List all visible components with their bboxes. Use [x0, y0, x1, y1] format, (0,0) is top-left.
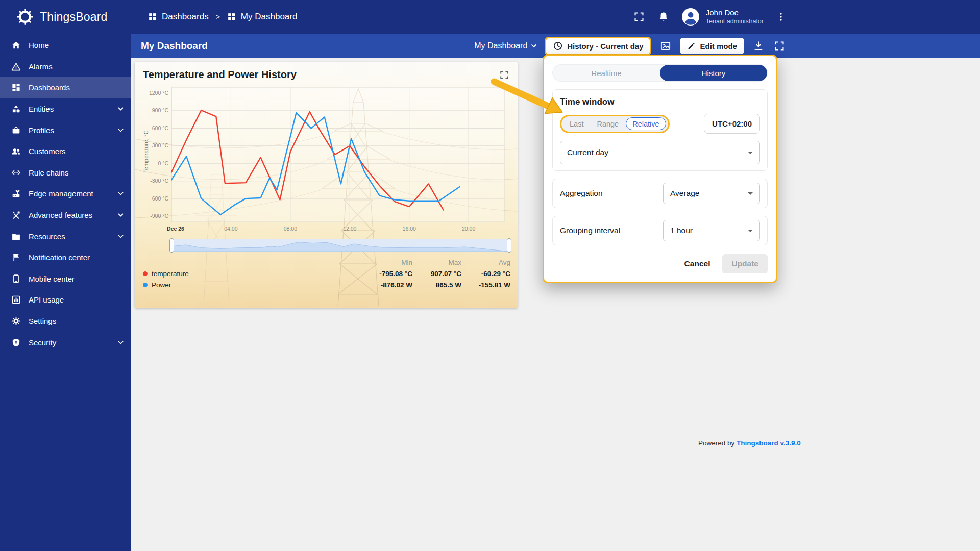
slider-track[interactable] — [170, 239, 510, 252]
svg-text:08:00: 08:00 — [284, 226, 297, 232]
aggregation-select[interactable]: Average — [663, 183, 760, 204]
notification-icon — [11, 253, 21, 262]
timewindow-tabs: Realtime History — [552, 64, 768, 82]
pencil-icon — [687, 42, 696, 51]
breadcrumb-dashboards[interactable]: Dashboards — [148, 12, 209, 22]
sidebar-nav: HomeAlarmsDashboardsEntitiesProfilesCust… — [0, 35, 131, 353]
legend-avg-value: -155.81 W — [461, 281, 510, 289]
sidebar-item-dashboards[interactable]: Dashboards — [0, 77, 131, 98]
background-image-button[interactable] — [659, 39, 672, 53]
widget-expand-button[interactable] — [498, 69, 510, 81]
sidebar-item-label: Home — [29, 41, 124, 49]
breadcrumb-current[interactable]: My Dashboard — [227, 12, 298, 22]
user-menu[interactable]: John Doe Tenant administrator — [681, 8, 764, 26]
sidebar-item-settings[interactable]: Settings — [0, 311, 131, 332]
svg-text:-900 °C: -900 °C — [150, 213, 168, 219]
sidebar-item-customers[interactable]: Customers — [0, 141, 131, 162]
chevron-down-icon — [748, 230, 753, 232]
legend-series-label[interactable]: Power — [143, 281, 363, 289]
tab-history[interactable]: History — [660, 65, 767, 81]
slider-preview-chart — [170, 239, 510, 252]
notifications-button[interactable] — [657, 10, 670, 23]
legend-avg-value: -60.29 °C — [461, 270, 510, 278]
slider-handle-left[interactable] — [169, 238, 174, 253]
sidebar-item-entities[interactable]: Entities — [0, 98, 131, 120]
svg-text:-600 °C: -600 °C — [150, 195, 168, 202]
timewindow-button[interactable]: History - Current day — [545, 37, 651, 56]
sidebar-item-profiles[interactable]: Profiles — [0, 119, 131, 141]
update-button[interactable]: Update — [722, 254, 768, 273]
svg-text:12:00: 12:00 — [343, 226, 356, 232]
user-name: John Doe — [706, 8, 764, 18]
edge-icon — [11, 189, 21, 198]
sidebar-item-label: Resources — [29, 232, 110, 241]
dashboard-select[interactable]: My Dashboard — [474, 41, 537, 51]
avatar-icon — [681, 8, 700, 26]
svg-text:600 °C: 600 °C — [152, 125, 169, 131]
fullscreen-icon — [774, 40, 785, 52]
timewindow-popup: Realtime History Time window Last Range … — [543, 55, 777, 283]
sidebar-item-api-usage[interactable]: API usage — [0, 289, 131, 311]
grouping-value: 1 hour — [670, 226, 693, 235]
chart-legend: Min Max Avg temperature-795.08 °C907.07 … — [143, 259, 510, 289]
sidebar-item-mobile-center[interactable]: Mobile center — [0, 268, 131, 290]
chevron-down-icon — [531, 44, 537, 48]
time-range-slider[interactable] — [170, 238, 510, 253]
mode-relative[interactable]: Relative — [626, 117, 666, 130]
more-menu-button[interactable] — [775, 11, 787, 23]
aggregation-section: Aggregation Average — [552, 179, 768, 208]
legend-header-min: Min — [363, 259, 412, 266]
fullscreen-icon — [633, 11, 645, 22]
sidebar-item-label: Security — [29, 338, 110, 347]
dashboard-fullscreen-button[interactable] — [773, 39, 786, 53]
sidebar-item-notification-center[interactable]: Notification center — [0, 247, 131, 268]
interval-select[interactable]: Current day — [560, 141, 760, 164]
y-axis-label: Temperature, °C — [143, 75, 149, 228]
sidebar-item-home[interactable]: Home — [0, 35, 131, 56]
clock-icon — [553, 41, 563, 51]
thingsboard-logo[interactable]: ThingsBoard — [0, 8, 131, 26]
legend-dot-icon — [143, 283, 148, 287]
sidebar-item-rule-chains[interactable]: Rule chains — [0, 162, 131, 184]
sidebar-item-label: Settings — [29, 317, 124, 325]
brand-name: ThingsBoard — [40, 10, 108, 24]
sidebar-item-label: Notification center — [29, 253, 124, 262]
settings-icon — [11, 316, 21, 326]
sidebar-item-advanced-features[interactable]: Advanced features — [0, 205, 131, 226]
edit-mode-label: Edit mode — [700, 42, 737, 51]
cancel-button[interactable]: Cancel — [677, 254, 718, 273]
aggregation-value: Average — [670, 189, 699, 198]
breadcrumb: Dashboards > My Dashboard — [148, 12, 297, 22]
alarms-icon — [11, 62, 21, 71]
sidebar-item-alarms[interactable]: Alarms — [0, 56, 131, 78]
sidebar-item-edge-management[interactable]: Edge management — [0, 183, 131, 205]
user-role: Tenant administrator — [706, 18, 764, 26]
main-area: My Dashboard My Dashboard History - Curr… — [131, 34, 980, 551]
widget-title: Temperature and Power History — [143, 69, 297, 81]
chevron-down-icon — [118, 235, 124, 238]
version-link[interactable]: Thingsboard v.3.9.0 — [737, 439, 801, 447]
timezone-button[interactable]: UTC+02:00 — [704, 114, 760, 134]
svg-text:04:00: 04:00 — [224, 226, 237, 232]
grouping-section: Grouping interval 1 hour — [552, 216, 768, 245]
rule-chains-icon — [11, 168, 21, 178]
legend-series-label[interactable]: temperature — [143, 270, 363, 278]
chevron-down-icon — [118, 107, 124, 111]
svg-text:16:00: 16:00 — [403, 226, 416, 232]
mode-range[interactable]: Range — [591, 117, 625, 131]
export-button[interactable] — [752, 39, 765, 53]
sidebar-item-resources[interactable]: Resources — [0, 226, 131, 247]
sidebar-item-security[interactable]: Security — [0, 332, 131, 353]
grouping-select[interactable]: 1 hour — [663, 220, 760, 241]
tab-realtime[interactable]: Realtime — [553, 65, 660, 81]
powered-by: Powered by Thingsboard v.3.9.0 — [698, 439, 801, 447]
legend-header-max: Max — [412, 259, 461, 266]
fullscreen-button[interactable] — [632, 10, 646, 23]
advanced-icon — [11, 210, 21, 220]
dashboard-icon — [227, 12, 236, 21]
mode-last[interactable]: Last — [564, 117, 590, 131]
edit-mode-button[interactable]: Edit mode — [680, 38, 744, 54]
entities-icon — [11, 104, 21, 114]
slider-handle-right[interactable] — [507, 238, 511, 253]
grouping-label: Grouping interval — [560, 226, 620, 235]
